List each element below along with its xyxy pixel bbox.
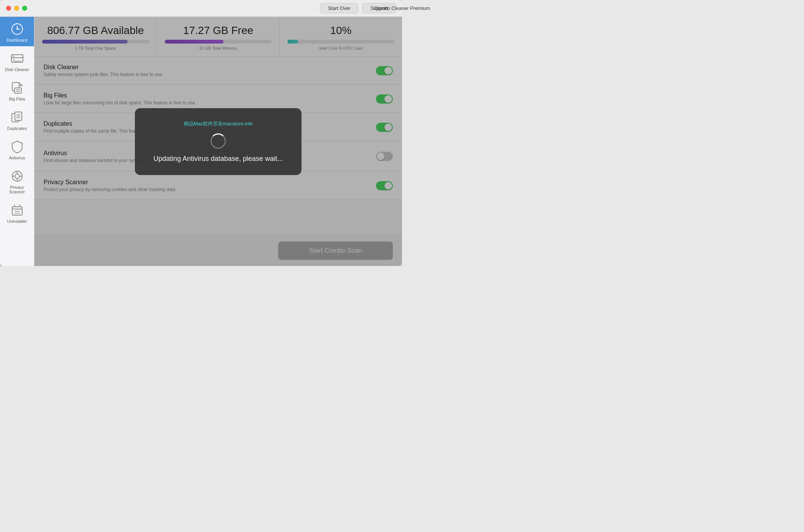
start-over-button[interactable]: Start Over — [320, 3, 358, 13]
modal-spinner — [211, 133, 226, 149]
privacy-scanner-icon — [10, 169, 24, 183]
main-layout: Dashboard Disk Cleaner — [0, 17, 402, 266]
sidebar-label-antivirus: Antivirus — [9, 156, 25, 160]
window-title: Combo Cleaner Premium — [374, 5, 402, 11]
sidebar-item-duplicates[interactable]: Duplicates — [0, 105, 34, 135]
modal-message: Updating Antivirus database, please wait… — [153, 155, 283, 163]
sidebar-item-antivirus[interactable]: Antivirus — [0, 135, 34, 164]
sidebar-label-big-files: Big Files — [9, 97, 25, 101]
sidebar-label-privacy-scanner: Privacy Scanner — [3, 185, 31, 194]
sidebar-item-uninstaller[interactable]: Uninstaller — [0, 198, 34, 227]
titlebar: Combo Cleaner Premium Start Over Support — [0, 0, 402, 17]
svg-point-1 — [16, 28, 18, 30]
big-files-icon — [10, 81, 24, 95]
antivirus-icon — [10, 140, 24, 154]
uninstaller-icon — [10, 203, 24, 217]
dashboard-icon — [10, 22, 24, 36]
sidebar-item-big-files[interactable]: Big Files — [0, 76, 34, 105]
sidebar-label-disk-cleaner: Disk Cleaner — [5, 67, 29, 72]
duplicates-icon — [10, 110, 24, 124]
sidebar-label-uninstaller: Uninstaller — [7, 219, 27, 224]
sidebar-item-privacy-scanner[interactable]: Privacy Scanner — [0, 164, 34, 198]
modal-overlay: 精品Mac软件尽在macstore.info Updating Antiviru… — [34, 17, 402, 266]
sidebar-label-duplicates: Duplicates — [7, 126, 27, 131]
sidebar: Dashboard Disk Cleaner — [0, 17, 34, 266]
traffic-lights — [6, 6, 27, 11]
modal-watermark: 精品Mac软件尽在macstore.info — [184, 120, 253, 127]
minimize-button[interactable] — [14, 6, 19, 11]
close-button[interactable] — [6, 6, 11, 11]
modal-box: 精品Mac软件尽在macstore.info Updating Antiviru… — [135, 108, 301, 175]
svg-rect-22 — [12, 207, 22, 215]
sidebar-item-dashboard[interactable]: Dashboard — [0, 17, 34, 46]
disk-cleaner-icon — [10, 52, 24, 65]
svg-rect-8 — [15, 88, 21, 93]
maximize-button[interactable] — [22, 6, 27, 11]
app-window: Combo Cleaner Premium Start Over Support… — [0, 0, 402, 266]
sidebar-item-disk-cleaner[interactable]: Disk Cleaner — [0, 46, 34, 76]
content-area: 806.77 GB Available 1 TB Total Disk Spac… — [34, 17, 402, 266]
svg-point-17 — [15, 174, 19, 178]
sidebar-label-dashboard: Dashboard — [7, 38, 28, 42]
